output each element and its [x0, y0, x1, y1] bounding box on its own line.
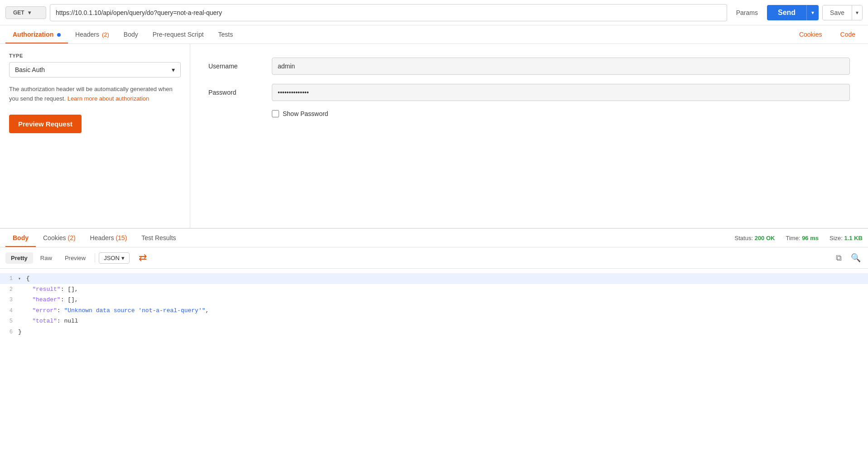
time-label: Time: 96 ms — [786, 235, 819, 241]
tab-code[interactable]: Code — [833, 25, 863, 43]
method-dropdown[interactable]: GET ▾ — [5, 6, 46, 19]
raw-button[interactable]: Raw — [35, 252, 58, 264]
code-area: 1 ▾ { 2 "result": [], 3 "header": [], 4 … — [0, 269, 868, 342]
tabs-right: Cookies Code — [792, 25, 863, 43]
preview-request-button[interactable]: Preview Request — [9, 115, 82, 133]
username-row: Username — [208, 58, 850, 75]
response-tab-test-results[interactable]: Test Results — [134, 229, 183, 247]
response-section: Body Cookies (2) Headers (15) Test Resul… — [0, 228, 868, 342]
send-button-group: Send ▾ — [767, 5, 819, 20]
toolbar-right: ⧉ 🔍 — [834, 252, 863, 264]
show-password-label: Show Password — [283, 110, 328, 117]
code-line-5: 5 "total": null — [0, 316, 868, 327]
show-password-row: Show Password — [272, 110, 850, 117]
type-label: TYPE — [9, 53, 181, 58]
learn-more-link[interactable]: Learn more about authorization — [68, 95, 149, 102]
code-line-4: 4 "error": "Unknown data source 'not-a-r… — [0, 305, 868, 316]
auth-right-panel: Username Password Show Password — [190, 44, 868, 228]
top-bar: GET ▾ Params Send ▾ Save ▾ — [0, 0, 868, 25]
save-dropdown[interactable]: ▾ — [852, 5, 862, 20]
preview-button[interactable]: Preview — [59, 252, 91, 264]
status-value: 200 OK — [755, 235, 775, 241]
tab-body[interactable]: Body — [116, 25, 145, 43]
password-row: Password — [208, 84, 850, 101]
type-value: Basic Auth — [15, 66, 45, 73]
password-label: Password — [208, 89, 272, 96]
send-dropdown[interactable]: ▾ — [806, 5, 819, 20]
type-chevron-icon: ▾ — [172, 66, 175, 73]
params-button[interactable]: Params — [731, 6, 763, 19]
code-line-6: 6 } — [0, 327, 868, 338]
response-tabs-bar: Body Cookies (2) Headers (15) Test Resul… — [0, 229, 868, 247]
format-chevron-icon: ▾ — [121, 255, 125, 261]
size-value: 1.1 KB — [844, 235, 863, 241]
search-icon[interactable]: 🔍 — [849, 252, 863, 264]
tab-prerequest[interactable]: Pre-request Script — [145, 25, 211, 43]
tab-authorization[interactable]: Authorization — [5, 25, 68, 43]
response-tab-headers[interactable]: Headers (15) — [83, 229, 135, 247]
tab-tests[interactable]: Tests — [211, 25, 241, 43]
show-password-checkbox[interactable] — [272, 110, 279, 117]
tab-cookies[interactable]: Cookies — [792, 25, 829, 43]
code-toolbar: Pretty Raw Preview JSON ▾ ⇄ ⧉ 🔍 — [0, 247, 868, 269]
username-input[interactable] — [272, 58, 850, 75]
type-select[interactable]: Basic Auth ▾ — [9, 62, 181, 77]
save-button[interactable]: Save — [823, 5, 852, 20]
url-input[interactable] — [50, 4, 727, 21]
response-tab-cookies[interactable]: Cookies (2) — [36, 229, 83, 247]
wrap-button[interactable]: ⇄ — [135, 250, 150, 265]
collapse-arrow[interactable]: ▾ — [18, 276, 21, 281]
response-tab-body[interactable]: Body — [5, 229, 36, 247]
username-label: Username — [208, 63, 272, 70]
auth-info-text: The authorization header will be automat… — [9, 85, 181, 104]
size-label: Size: 1.1 KB — [829, 235, 863, 241]
time-value: 96 ms — [802, 235, 819, 241]
response-status: Status: 200 OK Time: 96 ms Size: 1.1 KB — [735, 235, 863, 241]
password-input[interactable] — [272, 84, 850, 101]
toolbar-divider — [95, 253, 95, 262]
format-select[interactable]: JSON ▾ — [99, 252, 130, 264]
save-button-group: Save ▾ — [822, 5, 863, 20]
code-line-2: 2 "result": [], — [0, 284, 868, 295]
method-chevron: ▾ — [28, 10, 31, 16]
pretty-button[interactable]: Pretty — [5, 252, 33, 264]
status-label: Status: 200 OK — [735, 235, 775, 241]
code-line-1: 1 ▾ { — [0, 273, 868, 284]
request-tabs-bar: Authorization Headers (2) Body Pre-reque… — [0, 25, 868, 44]
method-label: GET — [13, 10, 24, 16]
code-line-3: 3 "header": [], — [0, 294, 868, 305]
main-content: TYPE Basic Auth ▾ The authorization head… — [0, 44, 868, 228]
send-button[interactable]: Send — [767, 5, 806, 20]
tab-headers[interactable]: Headers (2) — [68, 25, 116, 43]
authorization-dot — [57, 33, 61, 37]
auth-left-panel: TYPE Basic Auth ▾ The authorization head… — [0, 44, 190, 228]
copy-icon[interactable]: ⧉ — [834, 252, 844, 264]
